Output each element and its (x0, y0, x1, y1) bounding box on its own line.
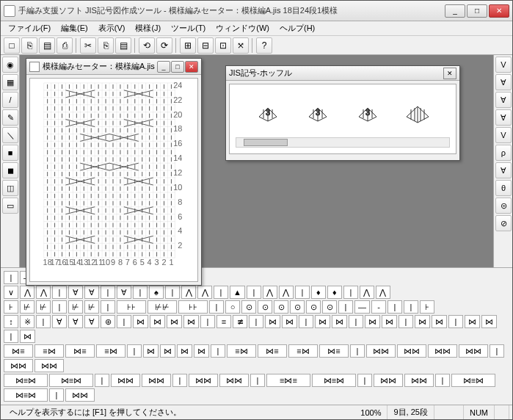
menu-edit[interactable]: 編集(E) (57, 21, 92, 35)
symbol-cell[interactable]: ⋀ (263, 286, 277, 299)
symbol-cell[interactable]: ⊙ (322, 300, 337, 314)
symbol-cell[interactable]: ⋈ (20, 330, 35, 343)
symbol-cell[interactable]: | (399, 315, 413, 328)
symbol-cell[interactable]: ≡⋈ (96, 344, 125, 358)
symbol-cell[interactable]: ⋈ (481, 315, 497, 328)
symbol-cell[interactable]: ⊙ (241, 300, 256, 314)
symbol-cell[interactable]: ⋈ (265, 315, 280, 328)
toolbar-btn-6[interactable]: ⎘ (98, 37, 114, 54)
symbol-cell[interactable]: ↕ (4, 315, 18, 328)
chart-canvas[interactable]: 24222018161412108642 1817161514131211109… (29, 78, 198, 282)
symbol-cell[interactable]: | (357, 374, 372, 387)
symbol-cell[interactable]: ≡⋈ (34, 344, 64, 358)
symbol-cell[interactable]: ⋈⋈ (219, 374, 249, 387)
symbol-cell[interactable]: | (490, 344, 504, 358)
left-tool-2[interactable]: / (2, 92, 18, 108)
symbol-cell[interactable]: ♠ (149, 286, 164, 299)
left-tool-6[interactable]: ◼ (2, 162, 18, 178)
bobble-symbol-2[interactable]: 3 (303, 98, 332, 127)
symbol-cell[interactable]: ⋈⋈ (34, 359, 64, 372)
symbol-cell[interactable]: ⋈ (415, 315, 430, 328)
symbol-cell[interactable]: ∀ (84, 315, 99, 328)
symbol-cell[interactable]: ⊙ (258, 300, 272, 314)
menu-pattern[interactable]: 模様(J) (131, 21, 165, 35)
toolbar-btn-12[interactable]: ⊞ (180, 37, 196, 54)
maximize-button[interactable]: □ (467, 4, 487, 18)
symbol-cell[interactable]: | (200, 315, 215, 328)
left-tool-1[interactable]: ▦ (2, 74, 18, 90)
symbol-cell[interactable]: | (249, 315, 263, 328)
right-tool-2[interactable]: ∀ (495, 92, 512, 108)
minimize-button[interactable]: _ (445, 4, 465, 18)
symbol-cell[interactable]: | (49, 388, 64, 402)
symbol-cell[interactable]: ※ (20, 315, 34, 328)
right-tool-5[interactable]: ρ (495, 145, 512, 161)
symbol-cell[interactable]: ⋀ (20, 286, 34, 299)
palette-scrollbar[interactable] (236, 137, 450, 148)
toolbar-btn-13[interactable]: ⊟ (197, 37, 214, 54)
symbol-cell[interactable]: ⋀ (279, 286, 294, 299)
symbol-cell[interactable]: ⋀ (36, 286, 51, 299)
symbol-cell[interactable]: ⋈≡⋈ (451, 374, 495, 387)
symbol-cell[interactable]: ⋀ (360, 286, 374, 299)
symbol-cell[interactable]: - (371, 300, 386, 314)
symbol-cell[interactable]: ⊬ (36, 300, 51, 314)
symbol-cell[interactable]: ≡⋈ (227, 344, 256, 358)
symbol-cell[interactable]: ⋈ (160, 344, 175, 358)
right-tool-4[interactable]: V (495, 127, 512, 143)
symbol-cell[interactable]: ▲ (230, 286, 245, 299)
symbol-cell[interactable]: ⋈ (332, 315, 347, 328)
left-tool-8[interactable]: ▭ (2, 198, 18, 214)
symbol-cell[interactable]: | (172, 374, 187, 387)
menu-view[interactable]: 表示(V) (94, 21, 130, 35)
symbol-cell[interactable]: | (52, 300, 67, 314)
toolbar-btn-9[interactable]: ⟲ (139, 37, 155, 54)
symbol-cell[interactable]: | (338, 300, 353, 314)
symbol-cell[interactable]: ⊦⊦ (178, 300, 208, 314)
right-tool-9[interactable]: ⊘ (495, 215, 512, 231)
toolbar-btn-14[interactable]: ⊡ (215, 37, 231, 54)
symbol-cell[interactable]: ⋈ (365, 315, 380, 328)
symbol-cell[interactable]: ∀ (84, 286, 99, 299)
symbol-cell[interactable]: ⋈⋈ (459, 344, 488, 358)
symbol-cell[interactable]: ⋈⋈ (111, 374, 140, 387)
symbol-cell[interactable]: ⋈ (183, 315, 199, 328)
symbol-cell[interactable]: ⋈≡⋈ (312, 374, 356, 387)
symbol-cell[interactable]: ∀ (117, 286, 131, 299)
symbol-cell[interactable]: — (354, 300, 370, 314)
bobble-symbol-4[interactable] (403, 98, 432, 127)
symbol-cell[interactable]: ⊬ (20, 300, 34, 314)
left-tool-5[interactable]: ■ (2, 145, 18, 161)
symbol-cell[interactable]: ⋀ (197, 286, 212, 299)
symbol-cell[interactable]: ⋈≡ (319, 344, 349, 358)
symbol-cell[interactable]: ⊬ (84, 300, 99, 314)
symbol-cell[interactable]: ⋀ (181, 286, 196, 299)
bobble-symbol-1[interactable]: 3 (253, 98, 283, 127)
symbol-cell[interactable]: | (250, 374, 265, 387)
symbol-cell[interactable]: ⋈ (465, 315, 480, 328)
close-button[interactable]: ✕ (489, 4, 509, 18)
menu-window[interactable]: ウィンドウ(W) (211, 21, 274, 35)
symbol-cell[interactable]: ⋀ (376, 286, 390, 299)
symbol-cell[interactable]: ≡⋈≡ (266, 374, 310, 387)
symbol-cell[interactable]: ○ (225, 300, 240, 314)
symbol-cell[interactable]: ⋈ (315, 315, 330, 328)
symbol-cell[interactable]: ⋈ (282, 315, 297, 328)
symbol-cell[interactable]: ⋈ (150, 315, 165, 328)
symbol-cell[interactable]: ♦ (311, 286, 326, 299)
toolbar-btn-0[interactable]: □ (4, 37, 20, 54)
symbol-cell[interactable]: ⋈ (382, 315, 397, 328)
symbol-cell[interactable]: ≡ (217, 315, 231, 328)
symbol-cell[interactable]: ⋈ (177, 344, 192, 358)
symbol-cell[interactable]: ∀ (52, 315, 67, 328)
right-tool-6[interactable]: ∀ (495, 162, 512, 178)
right-tool-1[interactable]: ∀ (495, 74, 512, 90)
symbol-cell[interactable]: | (404, 300, 418, 314)
left-tool-0[interactable]: ◉ (2, 57, 18, 73)
symbol-cell[interactable]: | (343, 286, 358, 299)
symbol-cell[interactable]: ⊬⊬ (148, 300, 177, 314)
symbol-cell[interactable]: ⋈≡ (65, 344, 95, 358)
left-tool-7[interactable]: ◫ (2, 180, 18, 196)
symbol-cell[interactable]: | (165, 286, 180, 299)
symbol-cell[interactable]: ⋈⋈ (397, 344, 426, 358)
